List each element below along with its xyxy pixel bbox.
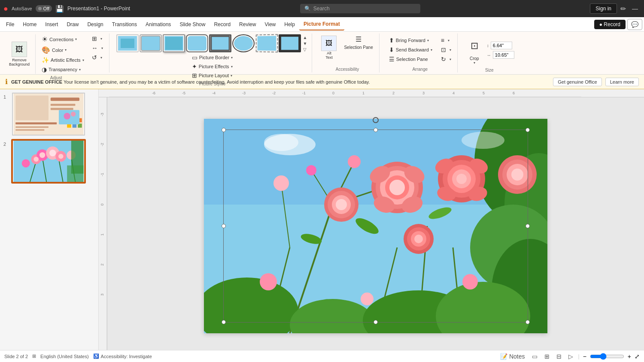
normal-view-button[interactable]: ▭ xyxy=(530,352,539,361)
color-button[interactable]: 🎨 Color ▾ xyxy=(39,45,86,55)
menu-item-home[interactable]: Home xyxy=(18,19,41,30)
svg-point-111 xyxy=(336,199,347,210)
alt-text-button[interactable]: 🖼 AltText xyxy=(319,34,339,65)
save-icon[interactable]: 💾 xyxy=(55,5,64,13)
slide-view xyxy=(107,97,644,350)
svg-text:4: 4 xyxy=(453,91,455,95)
picture-style-4[interactable] xyxy=(186,34,208,52)
picture-style-8[interactable] xyxy=(279,34,301,52)
menu-item-review[interactable]: Review xyxy=(235,19,260,30)
slide-sorter-button[interactable]: ⊞ xyxy=(543,352,551,361)
picture-style-7[interactable] xyxy=(255,34,278,53)
slide-show-button[interactable]: ▷ xyxy=(567,352,575,361)
svg-point-7 xyxy=(234,36,253,51)
slide-thumb-2[interactable] xyxy=(12,140,85,183)
svg-text:2: 2 xyxy=(100,263,104,265)
menu-item-slideshow[interactable]: Slide Show xyxy=(175,19,210,30)
gallery-expand[interactable]: ▽ xyxy=(302,47,309,52)
accessibility-status[interactable]: ♿ Accessibility: Investigate xyxy=(93,353,152,359)
app-icon: ● xyxy=(3,4,8,13)
sign-in-button[interactable]: Sign in xyxy=(590,3,617,14)
search-input[interactable] xyxy=(313,6,416,12)
selection-pane-button[interactable]: ☰ Selection Pane xyxy=(341,34,375,65)
svg-text:1: 1 xyxy=(100,233,104,235)
picture-style-5[interactable] xyxy=(209,34,231,52)
picture-border-button[interactable]: ▭ Picture Border ▾ xyxy=(189,53,235,62)
menu-item-help[interactable]: Help xyxy=(280,19,299,30)
picture-layout-button[interactable]: ⊞ Picture Layout ▾ xyxy=(189,71,235,80)
crop-button[interactable]: ⊡ Crop ▾ xyxy=(465,34,484,66)
remove-background-button[interactable]: 🖼 RemoveBackground xyxy=(7,34,32,74)
svg-point-99 xyxy=(456,174,467,184)
menu-item-design[interactable]: Design xyxy=(83,19,107,30)
zoom-out-icon[interactable]: − xyxy=(583,353,586,360)
svg-text:-5: -5 xyxy=(182,91,185,95)
search-icon: 🔍 xyxy=(304,6,311,12)
autosave-toggle[interactable]: Off xyxy=(36,5,52,12)
toggle-indicator xyxy=(38,7,42,10)
get-genuine-office-button[interactable]: Get genuine Office xyxy=(553,78,602,86)
gallery-scroll-up[interactable]: ▲ xyxy=(302,35,309,40)
svg-text:2: 2 xyxy=(392,91,395,95)
gallery-scroll-down[interactable]: ▼ xyxy=(302,41,309,46)
slide-item-2[interactable]: 2 xyxy=(3,140,95,183)
menu-item-record[interactable]: Record xyxy=(210,19,235,30)
menu-item-animations[interactable]: Animations xyxy=(141,19,175,30)
slides-panel: 1 xyxy=(0,89,99,350)
minimize-button[interactable]: — xyxy=(629,4,641,13)
zoom-in-icon[interactable]: + xyxy=(628,353,631,360)
picture-styles-gallery xyxy=(116,34,301,52)
learn-more-button[interactable]: Learn more xyxy=(605,78,639,86)
picture-style-6[interactable] xyxy=(232,34,255,52)
width-input[interactable] xyxy=(493,51,514,59)
edit-icon[interactable]: ✏ xyxy=(620,5,626,13)
svg-rect-17 xyxy=(15,127,49,128)
rotate-button[interactable]: ↻ ▾ xyxy=(438,55,454,63)
menu-item-draw[interactable]: Draw xyxy=(62,19,83,30)
zoom-slider[interactable] xyxy=(590,353,624,360)
slide-thumb-1[interactable] xyxy=(12,93,85,136)
corrections-button[interactable]: ☀ Corrections ▾ xyxy=(39,34,86,44)
svg-point-27 xyxy=(71,112,76,117)
picture-effects-button[interactable]: ✦ Picture Effects ▾ xyxy=(189,62,235,71)
picture-style-3[interactable] xyxy=(163,34,185,52)
layout-icon[interactable]: ⊞ xyxy=(32,353,36,359)
notes-button[interactable]: 📝 Notes xyxy=(498,352,526,361)
send-backward-button[interactable]: ⬇ Send Backward ▾ xyxy=(386,45,435,54)
ribbon-group-accessibility: 🖼 AltText ☰ Selection Pane Accessibility xyxy=(316,33,379,72)
svg-rect-15 xyxy=(51,108,73,110)
menu-item-picture-format[interactable]: Picture Format xyxy=(299,18,344,30)
menu-item-transitions[interactable]: Transitions xyxy=(108,19,141,30)
align-button[interactable]: ≡ ▾ xyxy=(438,36,454,45)
slide-canvas-wrap: -3 -2 -1 0 1 2 3 xyxy=(99,97,644,350)
app-title: Presentation1 - PowerPoint xyxy=(67,6,130,12)
menu-item-view[interactable]: View xyxy=(260,19,280,30)
reading-view-button[interactable]: ⊟ xyxy=(555,352,563,361)
bring-forward-button[interactable]: ⬆ Bring Forward ▾ xyxy=(386,36,435,45)
svg-rect-10 xyxy=(281,37,298,50)
group-button[interactable]: ⊡ ▾ xyxy=(438,45,454,54)
picture-style-2[interactable] xyxy=(140,34,162,52)
language: English (United States) xyxy=(40,354,89,359)
height-input[interactable] xyxy=(491,42,512,49)
change-picture-button[interactable]: ↔ ▾ xyxy=(89,44,106,52)
slide-item-1[interactable]: 1 xyxy=(3,93,95,136)
ribbon-group-arrange: ⬆ Bring Forward ▾ ⬇ Send Backward ▾ ☰ Se… xyxy=(383,33,458,72)
picture-style-1[interactable] xyxy=(116,34,139,52)
transparency-button[interactable]: ◑ Transparency ▾ xyxy=(39,65,86,74)
selection-pane2-button[interactable]: ☰ Selection Pane xyxy=(386,55,435,63)
svg-text:-1: -1 xyxy=(100,173,104,176)
fit-slide-button[interactable]: ⤢ xyxy=(635,353,640,360)
menu-item-file[interactable]: File xyxy=(2,19,18,30)
compress-pictures-button[interactable]: ⊞ ▾ xyxy=(89,34,106,43)
menu-item-insert[interactable]: Insert xyxy=(41,19,62,30)
chat-button[interactable]: 💬 xyxy=(627,19,642,30)
reset-picture-button[interactable]: ↺ ▾ xyxy=(89,53,106,62)
svg-rect-1 xyxy=(121,39,134,48)
slide-page[interactable] xyxy=(204,119,547,333)
artistic-effects-button[interactable]: ✨ Artistic Effects ▾ xyxy=(39,56,86,64)
record-button[interactable]: ● Record xyxy=(594,20,626,29)
svg-text:-1: -1 xyxy=(302,91,306,95)
svg-point-90 xyxy=(389,180,405,195)
svg-text:-2: -2 xyxy=(272,91,276,95)
